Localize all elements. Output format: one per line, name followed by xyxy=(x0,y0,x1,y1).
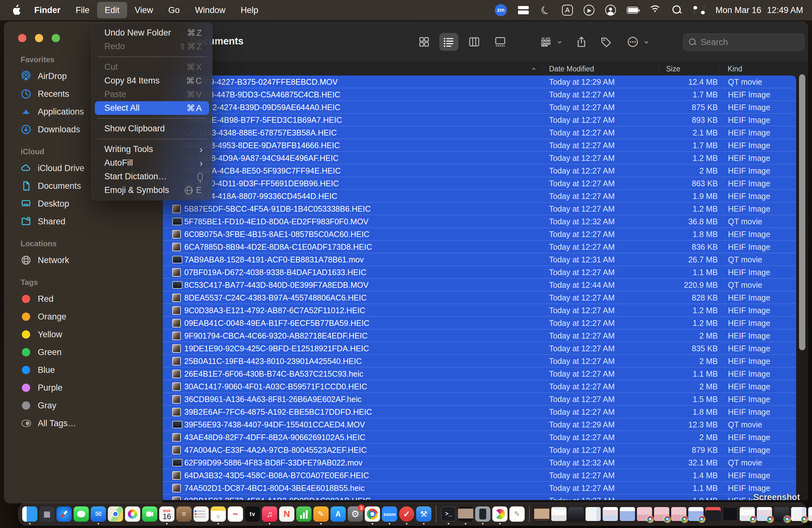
share-button[interactable] xyxy=(572,33,591,51)
file-row[interactable]: 19DE1E90-92C9-425C-9BFD-E12518921FDA.HEI… xyxy=(163,342,796,355)
file-row[interactable]: 60-AE14-418A-8807-99336CD4544D.HEICToday… xyxy=(163,189,796,202)
now-playing-icon[interactable]: ▶ xyxy=(584,5,594,16)
file-row[interactable]: 09EAB41C-0048-49EA-B1F7-6ECF5B77BA59.HEI… xyxy=(163,316,796,329)
dock-app-messages[interactable] xyxy=(74,506,89,522)
dock-app-reminders[interactable] xyxy=(193,506,209,522)
file-row[interactable]: 5B87E5DF-5BCC-4F5A-91DB-1B4C053338B6.HEI… xyxy=(163,202,796,215)
file-row[interactable]: 60-EDD2-4274-B39D-09D59AE644A0.HEICToday… xyxy=(163,101,796,114)
apple-menu-icon[interactable] xyxy=(11,4,21,16)
file-row[interactable]: 49-4EB8-4953-8DEE-9DA7BFB14666.HEICToday… xyxy=(163,139,796,152)
file-row[interactable]: 45-FEDE-4B98-B7F7-5FED3C1B69A7.HEICToday… xyxy=(163,113,796,126)
file-row[interactable]: 05-F948-447B-9DD3-C5A46875C4CB.HEICToday… xyxy=(163,88,796,101)
dock-app-stocks[interactable] xyxy=(296,506,311,522)
close-button[interactable] xyxy=(18,34,26,42)
file-row[interactable]: 62F99D99-5886-4F83-BD8F-33DFE79AB022.mov… xyxy=(163,456,796,469)
menu-item-writing-tools[interactable]: Writing Tools› xyxy=(92,142,212,156)
dock-app-maps[interactable] xyxy=(108,506,123,522)
stage-manager-icon[interactable] xyxy=(518,4,529,16)
sidebar-item-blue[interactable]: Blue xyxy=(16,361,157,379)
zoom-button[interactable] xyxy=(52,34,60,42)
dock-app-photos[interactable] xyxy=(125,506,140,522)
file-row[interactable]: 9F901794-CBCA-4C66-9320-AB82718E4EDF.HEI… xyxy=(163,329,796,342)
icon-view-button[interactable] xyxy=(415,33,434,51)
file-row[interactable]: 6CA7885D-8B94-4D2E-8D8A-C1E0ADF173D8.HEI… xyxy=(163,240,796,253)
dock-app-finder[interactable] xyxy=(22,506,38,522)
dock-app-color-wheel-app[interactable] xyxy=(492,506,508,522)
scrollbar-thumb[interactable] xyxy=(799,74,805,350)
sidebar-item-yellow[interactable]: Yellow xyxy=(16,326,157,343)
file-row[interactable]: 58-74E9-4227-B375-0247FFE8EBCD.MOVToday … xyxy=(163,75,796,88)
menu-edit[interactable]: Edit xyxy=(97,2,127,18)
file-row[interactable]: 64DA3B32-43D5-458C-B08A-B7C0A07E0E6F.HEI… xyxy=(163,469,796,482)
dock-app-pages[interactable]: ✎ xyxy=(314,506,329,522)
file-row[interactable]: 3C-90F0-4D11-9D3F-FF5691DE9B96.HEICToday… xyxy=(163,177,796,190)
file-row[interactable]: CC-1683-4348-888E-678757E3B58A.HEICToday… xyxy=(163,126,796,139)
spotlight-search-icon[interactable] xyxy=(672,5,683,16)
menu-item-start-dictation[interactable]: Start Dictation… xyxy=(92,170,212,183)
minimized-window-thumbnail[interactable] xyxy=(568,507,584,521)
minimized-window-thumbnail[interactable] xyxy=(774,507,789,521)
minimized-window-thumbnail[interactable] xyxy=(808,507,812,521)
input-source-icon[interactable]: A xyxy=(562,5,573,16)
minimized-window-thumbnail[interactable] xyxy=(551,507,566,521)
minimized-window-thumbnail[interactable] xyxy=(740,507,755,521)
minimize-button[interactable] xyxy=(35,34,43,42)
file-row[interactable]: 7AB9ABA8-1528-4191-ACF0-EB8831A78B61.mov… xyxy=(163,253,796,266)
dock-app-news[interactable]: N xyxy=(279,506,294,522)
sidebar-item-purple[interactable]: Purple xyxy=(16,379,157,397)
menu-item-show-clipboard[interactable]: Show Clipboard xyxy=(92,122,212,135)
dock-app-app-store[interactable]: A xyxy=(331,506,346,522)
menu-item-emoji-symbols[interactable]: Emoji & SymbolsE xyxy=(92,183,212,197)
file-row[interactable]: 5F785BE1-FD10-4E1D-8D0A-ED2FF983F0F0.MOV… xyxy=(163,215,796,228)
do-not-disturb-moon-icon[interactable]: ☾ xyxy=(538,2,553,18)
file-row[interactable]: 74A502D1-DC87-4BC1-80D4-3BE4E6018B55.hei… xyxy=(163,481,796,494)
dock-app-freeform[interactable]: ~ xyxy=(228,506,243,522)
column-divider[interactable] xyxy=(719,64,719,74)
sidebar-item-red[interactable]: Red xyxy=(16,290,157,308)
battery-icon[interactable] xyxy=(627,4,638,16)
sidebar-item-gray[interactable]: Gray xyxy=(16,397,157,414)
minimized-window-thumbnail[interactable] xyxy=(671,507,686,521)
dock-app-safari[interactable] xyxy=(56,506,72,522)
minimized-window-thumbnail[interactable] xyxy=(603,507,618,521)
minimized-window-thumbnail[interactable] xyxy=(723,507,738,521)
menu-item-copy-84-items[interactable]: Copy 84 Items⌘C xyxy=(92,74,212,88)
file-row[interactable]: 43AE48D9-82F7-4DFF-8B2A-9066269102A5.HEI… xyxy=(163,431,796,444)
desktop-file-label[interactable]: Screenshot xyxy=(753,493,800,502)
menu-go[interactable]: Go xyxy=(161,2,187,18)
menu-item-undo-new-folder[interactable]: Undo New Folder⌘Z xyxy=(92,26,212,40)
tags-button[interactable] xyxy=(597,33,616,51)
dock-app-textedit[interactable]: ✎ xyxy=(509,506,525,522)
file-row[interactable]: 36CDB961-A136-4A63-8F81-26B6A9E602AF.hei… xyxy=(163,393,796,405)
column-header-date-modified[interactable]: Date Modified xyxy=(549,62,594,75)
more-actions-button[interactable] xyxy=(623,33,642,51)
dock-app-contacts[interactable]: ≡ xyxy=(176,506,192,522)
dock-app-xcode[interactable]: ⚒ xyxy=(416,506,431,522)
minimized-window-thumbnail[interactable] xyxy=(791,507,806,521)
file-row[interactable]: 8C53C417-BA77-443D-840D-0E399F7A8EDB.MOV… xyxy=(163,278,796,291)
dock-app-launchpad[interactable]: ▦ xyxy=(39,506,55,522)
menu-item-autofill[interactable]: AutoFill› xyxy=(92,156,212,170)
file-row[interactable]: 25B0A11C-19FB-4423-8010-23901A425540.HEI… xyxy=(163,354,796,368)
dock-app-iphone-mirroring[interactable] xyxy=(475,506,490,522)
control-center-icon[interactable] xyxy=(693,6,705,14)
dock-app-system-settings[interactable]: ⚙3 xyxy=(348,506,363,522)
menu-view[interactable]: View xyxy=(127,2,161,18)
minimized-window-thumbnail[interactable] xyxy=(654,507,669,521)
minimized-window-thumbnail[interactable] xyxy=(688,507,704,521)
group-by-button[interactable] xyxy=(536,33,555,51)
dock-app-notes[interactable]: ≡ xyxy=(211,506,226,522)
minimized-window-thumbnail[interactable] xyxy=(585,507,601,521)
file-row[interactable]: 26E4B1E7-6F06-430B-B74C-BA537C215C93.hei… xyxy=(163,367,796,380)
minimized-window-thumbnail[interactable] xyxy=(706,507,721,521)
menu-item-select-all[interactable]: Select All⌘A xyxy=(95,101,209,115)
minimized-window-thumbnail[interactable] xyxy=(637,507,652,521)
file-row[interactable]: 92BB1E07-2E72-4E84-A1B2-0D0BDAC082AB.HEI… xyxy=(163,494,796,500)
column-header-size[interactable]: Size xyxy=(666,62,680,75)
menu-item-paste[interactable]: Paste⌘V xyxy=(92,88,212,101)
dock-app-tv[interactable]: tv xyxy=(245,506,260,522)
column-divider[interactable] xyxy=(659,64,659,74)
column-view-button[interactable] xyxy=(465,33,484,51)
sidebar-item-shared[interactable]: Shared xyxy=(16,213,157,230)
column-divider[interactable] xyxy=(542,64,543,74)
